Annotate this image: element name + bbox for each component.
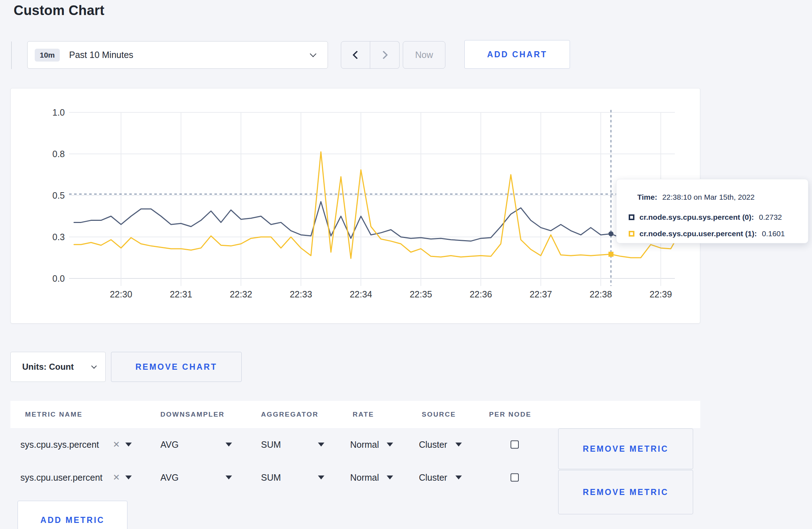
per-node-checkbox[interactable] — [511, 474, 519, 482]
chevron-down-icon — [310, 50, 316, 57]
series-line-1 — [74, 152, 675, 258]
time-window-label: Past 10 Minutes — [69, 50, 133, 60]
tooltip-time-label: Time: — [637, 193, 657, 202]
downsampler-select[interactable]: AVG — [160, 440, 179, 450]
chevron-right-icon — [379, 50, 388, 59]
source-caret-icon[interactable] — [455, 443, 462, 447]
chart-card: 0.00.30.50.81.022:3022:3122:3222:3322:34… — [10, 88, 700, 324]
rate-caret-icon[interactable] — [387, 476, 393, 480]
chart-tooltip: Time: 22:38:10 on Mar 15th, 2022 cr.node… — [616, 179, 808, 243]
aggregator-caret-icon[interactable] — [318, 443, 324, 447]
downsampler-caret-icon[interactable] — [226, 443, 232, 447]
x-axis-tick-label: 22:31 — [170, 289, 192, 299]
time-next-button[interactable] — [370, 41, 400, 69]
series-line-0 — [74, 202, 675, 241]
x-axis-tick-label: 22:30 — [110, 289, 132, 299]
downsampler-select[interactable]: AVG — [160, 472, 179, 483]
page-title: Custom Chart — [14, 3, 105, 18]
col-header-aggregator: AGGREGATOR — [261, 411, 319, 418]
metric-name-value[interactable]: sys.cpu.sys.percent — [20, 440, 99, 450]
add-metric-button[interactable]: ADD METRIC — [18, 501, 127, 529]
x-axis-tick-label: 22:37 — [530, 289, 552, 299]
col-header-metric-name: METRIC NAME — [25, 411, 82, 418]
y-axis-tick-label: 0.8 — [52, 149, 65, 159]
x-axis-tick-label: 22:32 — [230, 289, 252, 299]
series-sys-swatch-icon — [629, 214, 634, 220]
col-header-rate: RATE — [353, 411, 374, 418]
metric-name-value[interactable]: sys.cpu.user.percent — [20, 472, 102, 483]
y-axis-tick-label: 0.0 — [52, 273, 65, 283]
rate-caret-icon[interactable] — [387, 443, 393, 447]
time-window-badge: 10m — [35, 49, 60, 62]
time-window-dropdown[interactable]: 10m Past 10 Minutes — [27, 41, 328, 69]
col-header-downsampler: DOWNSAMPLER — [160, 411, 224, 418]
toolbar-divider — [11, 42, 12, 69]
col-header-per-node: PER NODE — [489, 411, 531, 418]
x-axis-tick-label: 22:34 — [350, 289, 372, 299]
remove-metric-button[interactable]: REMOVE METRIC — [558, 470, 693, 514]
rate-select[interactable]: Normal — [350, 472, 379, 483]
clear-metric-icon[interactable]: ✕ — [113, 472, 120, 482]
y-axis-tick-label: 0.5 — [52, 190, 65, 200]
metric-name-caret-icon[interactable] — [125, 476, 132, 480]
per-node-checkbox[interactable] — [511, 441, 519, 449]
metrics-chart[interactable]: 0.00.30.50.81.022:3022:3122:3222:3322:34… — [11, 88, 700, 323]
source-select[interactable]: Cluster — [419, 440, 447, 450]
tooltip-series-sys-label: cr.node.sys.cpu.sys.percent (0): — [639, 213, 754, 222]
x-axis-tick-label: 22:36 — [470, 289, 492, 299]
tooltip-series-user-value: 0.1601 — [762, 229, 785, 238]
x-axis-tick-label: 22:35 — [410, 289, 432, 299]
now-button[interactable]: Now — [403, 41, 445, 69]
units-dropdown[interactable]: Units: Count — [10, 352, 106, 382]
tooltip-series-sys-value: 0.2732 — [759, 213, 782, 222]
x-axis-tick-label: 22:33 — [290, 289, 312, 299]
add-chart-button[interactable]: ADD CHART — [464, 40, 570, 69]
series-user-swatch-icon — [629, 231, 634, 237]
time-prev-button[interactable] — [341, 41, 370, 69]
aggregator-select[interactable]: SUM — [261, 440, 281, 450]
units-label: Units: Count — [22, 362, 74, 372]
tooltip-time-value: 22:38:10 on Mar 15th, 2022 — [662, 193, 755, 202]
source-caret-icon[interactable] — [455, 476, 462, 480]
hover-marker-user — [608, 252, 613, 257]
aggregator-select[interactable]: SUM — [261, 472, 281, 483]
downsampler-caret-icon[interactable] — [226, 476, 232, 480]
col-header-source: SOURCE — [422, 411, 456, 418]
y-axis-tick-label: 0.3 — [52, 232, 65, 242]
x-axis-tick-label: 22:38 — [590, 289, 612, 299]
chevron-down-icon — [91, 363, 97, 369]
rate-select[interactable]: Normal — [350, 440, 379, 450]
remove-chart-button[interactable]: REMOVE CHART — [111, 352, 242, 382]
x-axis-tick-label: 22:39 — [649, 289, 672, 299]
aggregator-caret-icon[interactable] — [318, 476, 324, 480]
hover-marker-sys — [608, 231, 613, 236]
source-select[interactable]: Cluster — [419, 472, 447, 483]
tooltip-series-user-label: cr.node.sys.cpu.user.percent (1): — [639, 229, 757, 238]
y-axis-tick-label: 1.0 — [52, 107, 65, 117]
clear-metric-icon[interactable]: ✕ — [113, 440, 120, 450]
remove-metric-button[interactable]: REMOVE METRIC — [558, 428, 693, 469]
metric-name-caret-icon[interactable] — [125, 443, 132, 447]
chevron-left-icon — [352, 50, 361, 59]
metrics-table-header: METRIC NAME DOWNSAMPLER AGGREGATOR RATE … — [10, 401, 700, 428]
